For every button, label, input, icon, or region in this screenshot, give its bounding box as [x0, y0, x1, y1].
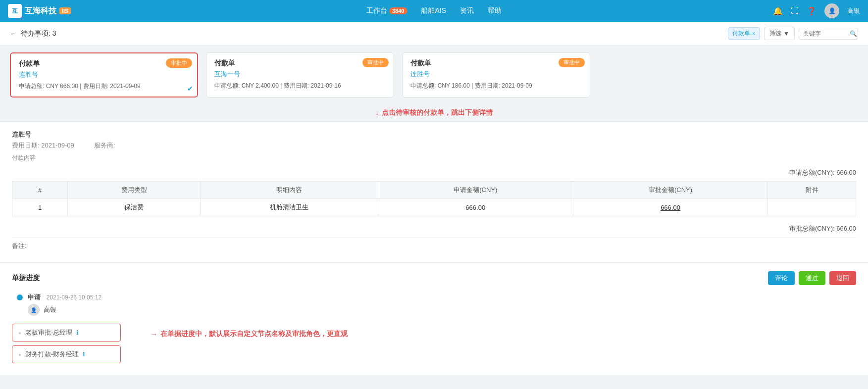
detail-header: 连胜号 费用日期: 2021-09-09 服务商: 付款内容 [12, 130, 856, 162]
news-label: 资讯 [460, 6, 474, 15]
detail-date-row: 费用日期: 2021-09-09 服务商: [12, 141, 856, 150]
detail-table: # 费用类型 明细内容 申请金额(CNY) 审批金额(CNY) 附件 1 保洁费… [12, 181, 856, 216]
card-type-1: 付款单 [214, 59, 386, 68]
back-button[interactable]: ← [10, 30, 17, 38]
nav-workbench[interactable]: 工作台 3840 [366, 6, 407, 15]
cell-detail: 机舱清洁卫生 [201, 199, 378, 216]
cell-apply-amount: 666.00 [378, 199, 573, 216]
annotation1-arrow: ↓ [375, 109, 379, 117]
nodes-with-annotation: ● 老板审批-总经理 ℹ ● 财务打款-财务经理 ℹ → 在单据进度中，默认展示… [12, 324, 856, 367]
workbench-badge: 3840 [389, 7, 407, 14]
node-item-1: ● 财务打款-财务经理 ℹ [12, 345, 121, 363]
status-badge-0: 审批中 [166, 58, 192, 68]
workbench-label: 工作台 [366, 6, 387, 15]
progress-actions: 评论 通过 退回 [768, 271, 856, 285]
help-label: 帮助 [488, 6, 502, 15]
payment-card-2[interactable]: 付款单 连胜号 申请总额: CNY 186.00 | 费用日期: 2021-09… [402, 52, 590, 97]
detail-meta-row: 连胜号 [12, 130, 856, 139]
annotation2-arrow: → [151, 330, 157, 338]
remarks-label: 备注: [12, 242, 27, 249]
navbar-right: 🔔 ⛶ ❓ 👤 高银 [773, 3, 860, 18]
help-circle-icon[interactable]: ❓ [807, 6, 817, 16]
col-index: # [12, 182, 68, 199]
timeline-content-0: 申请 2021-09-26 10:05:12 👤 高银 [28, 293, 102, 316]
col-approve-amount: 审批金额(CNY) [573, 182, 768, 199]
table-header-row: # 费用类型 明细内容 申请金额(CNY) 审批金额(CNY) 附件 [12, 182, 856, 199]
col-attachment: 附件 [768, 182, 856, 199]
nav-ais[interactable]: 船舶AIS [421, 6, 446, 15]
status-badge-1: 审批中 [362, 58, 389, 67]
ship-name: 连胜号 [12, 130, 31, 139]
node-label-1: 财务打款-财务经理 [25, 350, 79, 359]
vendor-group: 服务商: [94, 141, 115, 150]
expand-icon[interactable]: ⛶ [791, 6, 799, 15]
card-checkmark-0: ✔ [187, 85, 193, 93]
timeline-dot-0 [17, 294, 23, 300]
payment-card-0[interactable]: 付款单 连胜号 申请总额: CNY 666.00 | 费用日期: 2021-09… [10, 52, 198, 97]
node-item-0: ● 老板审批-总经理 ℹ [12, 324, 121, 341]
cell-index: 1 [12, 199, 68, 216]
card-meta-0: 申请总额: CNY 666.00 | 费用日期: 2021-09-09 [19, 82, 189, 91]
brand-badge: IIS [59, 7, 71, 14]
card-ship-0[interactable]: 连胜号 [19, 70, 189, 79]
info-icon-1[interactable]: ℹ [83, 351, 85, 358]
navbar-center: 工作台 3840 船舶AIS 资讯 帮助 [366, 6, 502, 15]
timeline-status-0: 申请 [28, 293, 41, 301]
detail-panel: 连胜号 费用日期: 2021-09-09 服务商: 付款内容 申请总额(CNY)… [0, 121, 868, 262]
annotation1-text: 点击待审核的付款单，跳出下侧详情 [382, 108, 493, 117]
expense-date-group: 费用日期: 2021-09-09 [12, 141, 74, 150]
search-input[interactable] [803, 30, 848, 37]
search-icon[interactable]: 🔍 [850, 30, 857, 37]
search-box: 🔍 [799, 28, 858, 40]
payment-card-1[interactable]: 付款单 互海一号 申请总额: CNY 2,400.00 | 费用日期: 2021… [206, 52, 394, 97]
card-ship-1[interactable]: 互海一号 [214, 70, 386, 79]
timeline-label-0: 申请 2021-09-26 10:05:12 [28, 293, 102, 302]
col-apply-amount: 申请金额(CNY) [378, 182, 573, 199]
filter-label: 筛选 [769, 29, 781, 38]
brand: 互 互海科技 IIS [8, 4, 71, 18]
timeline-user-0: 👤 高银 [28, 304, 102, 316]
node-dot-0: ● [18, 330, 21, 336]
filter-tag[interactable]: 付款单 × [728, 27, 760, 40]
col-expense-type: 费用类型 [68, 182, 201, 199]
reject-button[interactable]: 退回 [829, 271, 856, 285]
info-icon-0[interactable]: ℹ [76, 329, 79, 336]
card-ship-2[interactable]: 连胜号 [410, 70, 582, 79]
card-type-2: 付款单 [410, 59, 582, 68]
card-type-0: 付款单 [19, 59, 189, 68]
total-apply-value: 666.00 [836, 169, 856, 176]
annotation1-row: ↓ 点击待审核的付款单，跳出下侧详情 [0, 104, 868, 121]
page-title: 待办事项: 3 [21, 29, 56, 38]
total-apply: 申请总额(CNY): 666.00 [12, 168, 856, 177]
payment-content-title: 付款内容 [12, 154, 856, 162]
status-badge-2: 审批中 [559, 58, 585, 67]
user-name: 高银 [847, 6, 860, 15]
timeline: 申请 2021-09-26 10:05:12 👤 高银 [12, 293, 856, 316]
top-bar-left: ← 待办事项: 3 [10, 29, 56, 38]
total-approve: 审批总额(CNY): 666.00 [12, 220, 856, 237]
ship-name-value: 连胜号 [12, 131, 31, 138]
navbar: 互 互海科技 IIS 工作台 3840 船舶AIS 资讯 帮助 🔔 ⛶ ❓ 👤 … [0, 0, 868, 22]
total-apply-label: 申请总额(CNY): [789, 169, 835, 176]
total-approve-value: 666.00 [836, 225, 856, 232]
comment-button[interactable]: 评论 [768, 271, 795, 285]
nav-help[interactable]: 帮助 [488, 6, 502, 15]
filter-tag-close[interactable]: × [752, 30, 756, 37]
filter-dropdown-icon: ▼ [783, 30, 789, 37]
timeline-time-0: 2021-09-26 10:05:12 [47, 294, 102, 301]
progress-section: 单据进度 评论 通过 退回 申请 2021-09-26 10:05:12 👤 高… [0, 262, 868, 375]
filter-tag-label: 付款单 [732, 29, 750, 38]
approve-button[interactable]: 通过 [799, 271, 825, 285]
nav-news[interactable]: 资讯 [460, 6, 474, 15]
expense-date-value: 2021-09-09 [41, 142, 74, 149]
bell-icon[interactable]: 🔔 [773, 6, 783, 16]
table-row: 1 保洁费 机舱清洁卫生 666.00 666.00 [12, 199, 856, 216]
avatar[interactable]: 👤 [824, 3, 839, 18]
node-dot-1: ● [18, 352, 21, 357]
card-meta-1: 申请总额: CNY 2,400.00 | 费用日期: 2021-09-16 [214, 82, 386, 90]
annotation2: → 在单据进度中，默认展示自定义节点名称及审批角色，更直观 [151, 330, 348, 339]
total-approve-label: 审批总额(CNY): [789, 225, 835, 232]
cell-expense-type: 保洁费 [68, 199, 201, 216]
filter-button[interactable]: 筛选 ▼ [764, 27, 795, 40]
cell-approve-amount[interactable]: 666.00 [573, 199, 768, 216]
